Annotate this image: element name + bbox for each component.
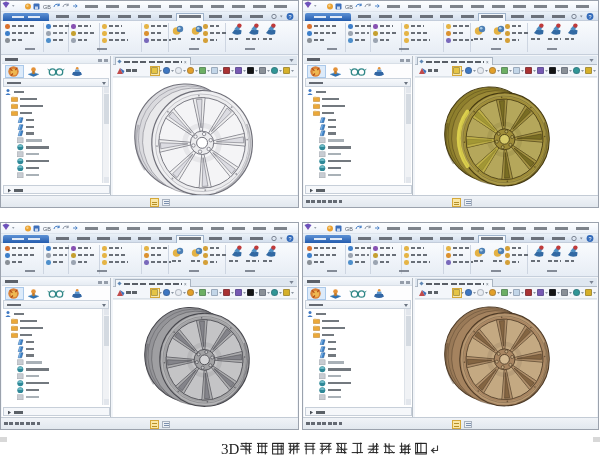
svg-text:GB: GB [345,4,353,10]
svg-text:GB: GB [345,226,353,232]
svg-text:GB: GB [43,226,51,232]
svg-text:?: ? [288,14,291,20]
svg-text:?: ? [588,14,591,20]
svg-text:?: ? [288,236,291,242]
svg-text:?: ? [588,236,591,242]
svg-text:GB: GB [43,4,51,10]
svg-text:3D: 3D [221,441,240,457]
